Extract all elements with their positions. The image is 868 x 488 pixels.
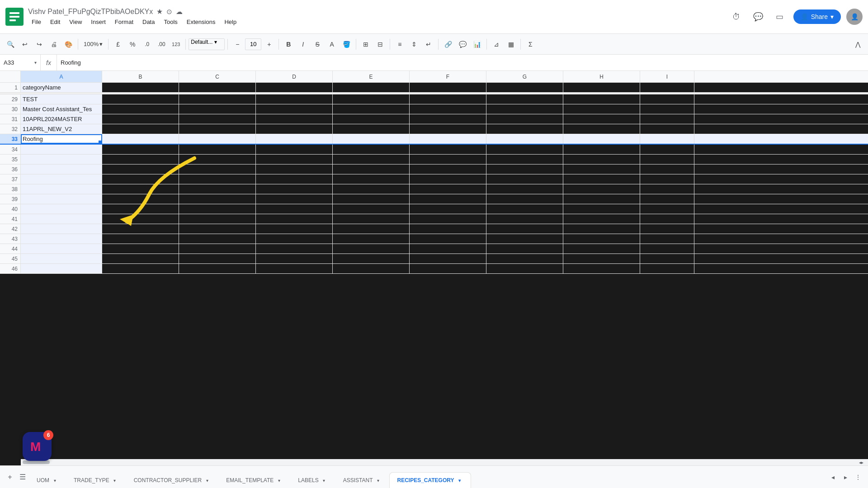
cell-h32[interactable] [563, 124, 640, 134]
cell-b35[interactable] [102, 155, 179, 164]
cell-b29[interactable] [102, 94, 179, 104]
cell-h45[interactable] [563, 254, 640, 263]
row-num-1[interactable]: 1 [0, 83, 21, 92]
row-num-30[interactable]: 30 [0, 104, 21, 114]
cell-i40[interactable] [640, 204, 694, 214]
cell-b39[interactable] [102, 194, 179, 204]
cell-b41[interactable] [102, 214, 179, 224]
cell-i32[interactable] [640, 124, 694, 134]
cell-f37[interactable] [410, 174, 486, 184]
cell-c45[interactable] [179, 254, 256, 263]
cell-c42[interactable] [179, 224, 256, 234]
cell-h31[interactable] [563, 114, 640, 124]
cell-c35[interactable] [179, 155, 256, 164]
functions-btn[interactable]: Σ [524, 38, 537, 51]
cell-e34[interactable] [333, 145, 410, 154]
tab-recipes-category-dropdown[interactable]: ▾ [456, 477, 463, 484]
cell-h34[interactable] [563, 145, 640, 154]
cell-c29[interactable] [179, 94, 256, 104]
cell-b43[interactable] [102, 234, 179, 244]
cell-a36[interactable] [21, 164, 102, 174]
tab-trade-type-dropdown[interactable]: ▾ [111, 477, 118, 484]
cell-d41[interactable] [256, 214, 333, 224]
cell-e43[interactable] [333, 234, 410, 244]
col-header-h[interactable]: H [563, 71, 640, 82]
cell-h40[interactable] [563, 204, 640, 214]
cell-c36[interactable] [179, 164, 256, 174]
sheet-collapse[interactable]: ⋮ [852, 471, 864, 483]
cell-g40[interactable] [486, 204, 563, 214]
row-num-37[interactable]: 37 [0, 174, 21, 184]
cell-g36[interactable] [486, 164, 563, 174]
cell-a45[interactable] [21, 254, 102, 263]
horizontal-scrollbar[interactable] [21, 459, 854, 465]
cell-a40[interactable] [21, 204, 102, 214]
cell-b34[interactable] [102, 145, 179, 154]
row-num-40[interactable]: 40 [0, 204, 21, 214]
share-button[interactable]: 👤 Share ▾ [793, 9, 841, 24]
formula-input[interactable] [57, 55, 868, 70]
menu-edit[interactable]: Edit [47, 18, 64, 26]
filter-views-btn[interactable]: ▦ [504, 38, 518, 51]
cell-d32[interactable] [256, 124, 333, 134]
cell-b46[interactable] [102, 264, 179, 273]
cell-i30[interactable] [640, 104, 694, 114]
cell-a30[interactable]: Master Cost Assistant_Tes [21, 104, 102, 114]
cell-c43[interactable] [179, 234, 256, 244]
cell-e32[interactable] [333, 124, 410, 134]
print-btn[interactable]: 🖨 [47, 38, 61, 51]
cell-a31[interactable]: 10APRL2024MASTER [21, 114, 102, 124]
cell-e44[interactable] [333, 244, 410, 253]
cell-a42[interactable] [21, 224, 102, 234]
cell-g29[interactable] [486, 94, 563, 104]
cell-e35[interactable] [333, 155, 410, 164]
cell-g44[interactable] [486, 244, 563, 253]
row-num-35[interactable]: 35 [0, 155, 21, 164]
cell-e30[interactable] [333, 104, 410, 114]
cell-b30[interactable] [102, 104, 179, 114]
cell-a44[interactable] [21, 244, 102, 253]
cell-b31[interactable] [102, 114, 179, 124]
cell-b45[interactable] [102, 254, 179, 263]
cell-e39[interactable] [333, 194, 410, 204]
menu-data[interactable]: Data [139, 18, 158, 26]
row-num-45[interactable]: 45 [0, 254, 21, 263]
col-header-i[interactable]: I [640, 71, 694, 82]
cell-c33[interactable] [179, 134, 256, 144]
comment-icon[interactable]: 💬 [750, 9, 766, 25]
sheet-menu-btn[interactable]: ☰ [16, 471, 29, 483]
cell-d37[interactable] [256, 174, 333, 184]
cell-g31[interactable] [486, 114, 563, 124]
cell-i35[interactable] [640, 155, 694, 164]
cell-d1[interactable] [256, 83, 333, 92]
cell-b33[interactable] [102, 134, 179, 144]
cell-a43[interactable] [21, 234, 102, 244]
strikethrough-btn[interactable]: S [311, 38, 324, 51]
cell-i34[interactable] [640, 145, 694, 154]
cell-e1[interactable] [333, 83, 410, 92]
add-sheet-btn[interactable]: + [4, 471, 16, 483]
cell-h36[interactable] [563, 164, 640, 174]
tab-assistant[interactable]: ASSISTANT ▾ [335, 472, 390, 488]
cell-i39[interactable] [640, 194, 694, 204]
cell-d46[interactable] [256, 264, 333, 273]
cell-a37[interactable] [21, 174, 102, 184]
cell-f41[interactable] [410, 214, 486, 224]
cell-f40[interactable] [410, 204, 486, 214]
menu-help[interactable]: Help [221, 18, 240, 26]
cell-e37[interactable] [333, 174, 410, 184]
row-num-36[interactable]: 36 [0, 164, 21, 174]
cell-g39[interactable] [486, 194, 563, 204]
menu-tools[interactable]: Tools [160, 18, 181, 26]
col-header-g[interactable]: G [486, 71, 563, 82]
cell-g37[interactable] [486, 174, 563, 184]
cell-h33[interactable] [563, 134, 640, 144]
cell-d38[interactable] [256, 184, 333, 194]
cell-f42[interactable] [410, 224, 486, 234]
cell-e41[interactable] [333, 214, 410, 224]
row-num-42[interactable]: 42 [0, 224, 21, 234]
menu-insert[interactable]: Insert [87, 18, 109, 26]
cell-h30[interactable] [563, 104, 640, 114]
cell-b1[interactable] [102, 83, 179, 92]
cell-e33[interactable] [333, 134, 410, 144]
